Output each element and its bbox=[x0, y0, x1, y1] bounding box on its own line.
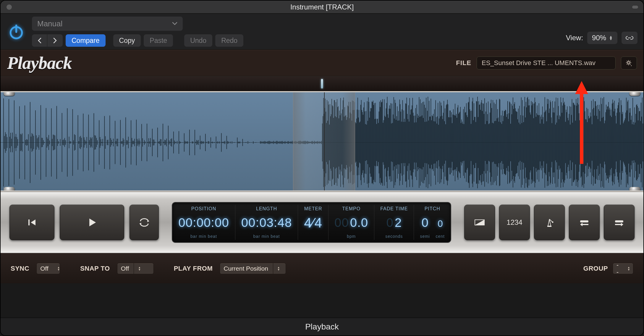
paste-button[interactable]: Paste bbox=[144, 34, 173, 47]
file-selector[interactable]: ES_Sunset Drive STE ... UMENTS.wav bbox=[477, 56, 616, 70]
power-button[interactable] bbox=[6, 17, 27, 47]
skip-back-icon bbox=[26, 217, 38, 228]
lcd-pitch[interactable]: PITCH 00 semi cent bbox=[414, 205, 451, 240]
count-in-button[interactable]: 1234 bbox=[499, 205, 530, 240]
playhead-window[interactable] bbox=[293, 91, 355, 192]
traffic-lights bbox=[1, 4, 12, 10]
titlebar-pill bbox=[632, 6, 638, 9]
undo-button[interactable]: Undo bbox=[184, 34, 212, 47]
play-to-end-button[interactable] bbox=[604, 205, 635, 240]
next-preset-button[interactable] bbox=[47, 34, 63, 47]
plugin-window: Instrument [TRACK] Manual Compare Copy bbox=[0, 0, 644, 336]
file-name: ES_Sunset Drive STE ... UMENTS.wav bbox=[482, 59, 596, 67]
lcd-tempo[interactable]: TEMPO 000.0 bpm bbox=[329, 205, 374, 240]
timeline-ruler[interactable] bbox=[1, 76, 643, 91]
transport-strip: POSITION 00:00:00 bar min beat LENGTH 00… bbox=[1, 192, 643, 253]
play-from-selector[interactable]: Current Position▲▼ bbox=[220, 263, 286, 274]
lcd-fade-time[interactable]: FADE TIME 02 seconds bbox=[374, 205, 414, 240]
svg-point-7 bbox=[552, 222, 554, 223]
sync-label: SYNC bbox=[11, 265, 29, 272]
playhead-line bbox=[324, 91, 325, 192]
svg-rect-8 bbox=[547, 226, 551, 227]
link-button[interactable] bbox=[622, 32, 637, 44]
copy-button[interactable]: Copy bbox=[113, 34, 141, 47]
lcd-display: POSITION 00:00:00 bar min beat LENGTH 00… bbox=[172, 202, 451, 243]
plugin-header: Playback FILE ES_Sunset Drive STE ... UM… bbox=[1, 50, 643, 76]
group-selector[interactable]: --▲▼ bbox=[613, 263, 633, 274]
play-from-label: PLAY FROM bbox=[174, 265, 213, 272]
link-icon bbox=[625, 35, 634, 41]
svg-rect-11 bbox=[615, 220, 623, 222]
sync-selector[interactable]: Off▲▼ bbox=[36, 263, 60, 274]
zoom-value: 90% bbox=[592, 34, 606, 42]
close-dot[interactable] bbox=[7, 4, 12, 10]
prev-preset-button[interactable] bbox=[32, 34, 47, 47]
metronome-button[interactable] bbox=[534, 205, 565, 240]
chevron-down-icon bbox=[172, 22, 177, 25]
snap-to-label: SNAP TO bbox=[80, 265, 110, 272]
go-to-start-button[interactable] bbox=[9, 205, 54, 240]
preset-nav bbox=[32, 34, 63, 47]
options-bar: SYNC Off▲▼ SNAP TO Off▲▼ PLAY FROM Curre… bbox=[1, 253, 643, 283]
snap-to-selector[interactable]: Off▲▼ bbox=[117, 263, 154, 274]
play-button[interactable] bbox=[60, 205, 124, 240]
lcd-meter[interactable]: METER 4⁄4 bbox=[298, 205, 329, 240]
redo-button[interactable]: Redo bbox=[215, 34, 243, 47]
zoom-stepper[interactable]: 90% ▲▼ bbox=[587, 32, 617, 44]
window-title: Instrument [TRACK] bbox=[1, 3, 643, 11]
play-icon bbox=[85, 216, 98, 229]
marker-left-icon bbox=[578, 218, 590, 227]
cycle-button[interactable] bbox=[130, 205, 159, 240]
titlebar: Instrument [TRACK] bbox=[1, 1, 643, 14]
count-1234-icon: 1234 bbox=[507, 218, 522, 227]
group-label: GROUP bbox=[583, 265, 608, 272]
gear-icon bbox=[625, 59, 632, 67]
lcd-length[interactable]: LENGTH 00:03:48 bar min beat bbox=[235, 205, 298, 240]
waveform-display[interactable] bbox=[1, 91, 643, 192]
file-label: FILE bbox=[456, 59, 471, 67]
stepper-arrows-icon: ▲▼ bbox=[609, 35, 613, 40]
view-label: View: bbox=[566, 34, 583, 42]
footer-name: Playback bbox=[1, 318, 643, 335]
svg-point-2 bbox=[628, 62, 630, 64]
marker-right-icon bbox=[613, 218, 625, 227]
power-icon bbox=[8, 23, 25, 41]
host-toolbar: Manual Compare Copy Paste Undo Redo bbox=[1, 14, 643, 50]
plugin-logo: Playback bbox=[7, 53, 72, 73]
svg-rect-4 bbox=[28, 219, 30, 225]
metronome-icon bbox=[544, 217, 554, 227]
lcd-position[interactable]: POSITION 00:00:00 bar min beat bbox=[172, 205, 235, 240]
plugin-body: Playback FILE ES_Sunset Drive STE ... UM… bbox=[1, 50, 643, 318]
compare-button[interactable]: Compare bbox=[66, 34, 106, 47]
ruler-marker[interactable] bbox=[321, 79, 323, 88]
preset-name: Manual bbox=[37, 19, 62, 28]
cycle-icon bbox=[139, 218, 150, 227]
return-to-start-button[interactable] bbox=[569, 205, 600, 240]
svg-rect-10 bbox=[582, 224, 588, 225]
svg-rect-12 bbox=[615, 224, 621, 225]
settings-button[interactable] bbox=[621, 56, 637, 70]
fade-shape-button[interactable] bbox=[464, 205, 495, 240]
preset-selector[interactable]: Manual bbox=[32, 17, 183, 31]
fade-shape-icon bbox=[474, 218, 486, 227]
svg-rect-9 bbox=[580, 220, 588, 222]
